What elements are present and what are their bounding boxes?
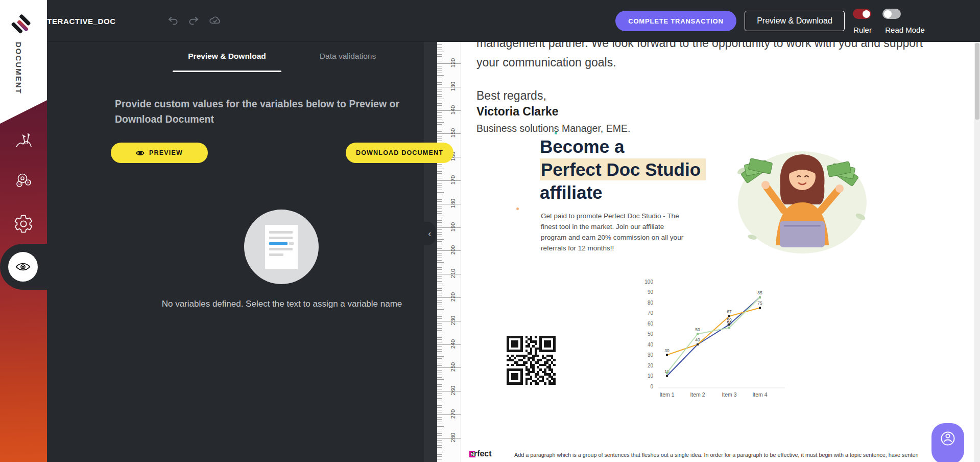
ruler-major-tick (437, 250, 461, 251)
svg-text:80: 80 (648, 300, 654, 306)
ruler-mid-tick (437, 239, 444, 240)
document-page[interactable]: management partner. We look forward to t… (461, 42, 974, 462)
scrollbar-thumb[interactable] (975, 43, 979, 120)
molecule-icon[interactable]: H H (13, 171, 34, 191)
affiliate-illustration (727, 140, 873, 253)
closing-line: Best regards, (476, 89, 546, 103)
read-mode-toggle[interactable] (882, 9, 901, 19)
app-logo-icon[interactable] (10, 13, 34, 37)
ruler-mid-tick (437, 333, 444, 333)
svg-text:Item 4: Item 4 (752, 391, 767, 398)
complete-transaction-button[interactable]: COMPLETE TRANSACTION (615, 11, 736, 31)
ruler-minor-tick (437, 141, 442, 141)
ruler-minor-tick (437, 435, 442, 436)
redo-icon[interactable] (187, 14, 200, 28)
ruler-minor-tick (437, 326, 442, 326)
no-variables-illustration (244, 210, 319, 284)
ruler-minor-tick (437, 222, 442, 223)
ruler-minor-tick (437, 456, 442, 457)
download-document-button[interactable]: DOWNLOAD DOCUMENT (346, 143, 453, 163)
vertical-ruler: 1201301401501601701801902002102202302402… (437, 42, 461, 462)
document-title: INTERACTIVE_DOC (39, 17, 116, 26)
ruler-number: 120 (450, 54, 456, 72)
ruler-minor-tick (437, 375, 442, 375)
empty-state-message: No variables defined. Select the text to… (113, 299, 450, 309)
paragraph-line: management partner. We look forward to t… (476, 42, 923, 50)
ruler-minor-tick (437, 213, 442, 214)
ruler-minor-tick (437, 284, 442, 284)
settings-gear-icon[interactable] (13, 214, 34, 234)
ruler-minor-tick (437, 337, 442, 338)
active-tab-underline (173, 71, 281, 72)
ruler-minor-tick (437, 94, 442, 95)
preview-button[interactable]: PREVIEW (111, 143, 208, 163)
ruler-mid-tick (437, 379, 444, 380)
ruler-minor-tick (437, 398, 442, 399)
ruler-minor-tick (437, 386, 442, 387)
ruler-minor-tick (437, 50, 442, 50)
support-fab[interactable] (931, 423, 964, 462)
heading-line: Become a (540, 136, 624, 156)
svg-text:50: 50 (695, 327, 700, 332)
ruler-minor-tick (437, 323, 442, 324)
ruler-minor-tick (437, 108, 442, 108)
tab-preview-download[interactable]: Preview & Download (173, 52, 281, 61)
ruler-minor-tick (437, 382, 442, 382)
ruler-minor-tick (437, 405, 442, 406)
ruler-mid-tick (437, 52, 444, 52)
preview-eye-button[interactable] (8, 252, 38, 282)
ruler-minor-tick (437, 220, 442, 221)
ruler-major-tick (437, 438, 461, 438)
ruler-minor-tick (437, 218, 442, 218)
ruler-minor-tick (437, 176, 442, 176)
ruler-minor-tick (437, 234, 442, 235)
ruler-minor-tick (437, 89, 442, 89)
ruler-toggle[interactable] (853, 9, 871, 19)
ruler-minor-tick (437, 265, 442, 265)
tab-data-validations[interactable]: Data validations (312, 52, 384, 61)
app-root: DOCUMENT H H Preview & Download Data v (0, 0, 980, 462)
svg-text:Item 2: Item 2 (690, 391, 705, 398)
ruler-minor-tick (437, 370, 442, 371)
ruler-minor-tick (437, 452, 442, 452)
ruler-minor-tick (437, 394, 442, 394)
ruler-major-tick (437, 274, 461, 274)
ruler-minor-tick (437, 454, 442, 455)
perfect-logo-mark-icon (469, 451, 476, 457)
ruler-major-tick (437, 321, 461, 321)
ruler-major-tick (437, 391, 461, 391)
svg-text:Item 3: Item 3 (722, 391, 736, 398)
ruler-mid-tick (437, 309, 444, 310)
heading-line-highlighted: Perfect Doc Studio (540, 158, 706, 180)
variables-panel: Preview & Download Data validations Prov… (47, 0, 424, 462)
ruler-minor-tick (437, 293, 442, 293)
ruler-minor-tick (437, 71, 442, 71)
design-tools-icon[interactable] (13, 131, 34, 151)
ruler-mid-tick (437, 403, 444, 403)
ruler-major-tick (437, 367, 461, 368)
ruler-minor-tick (437, 178, 442, 178)
ruler-major-tick (437, 297, 461, 298)
undo-icon[interactable] (166, 14, 180, 28)
ruler-minor-tick (437, 410, 442, 410)
preview-and-download-button[interactable]: Preview & Download (745, 11, 845, 31)
ruler-minor-tick (437, 164, 442, 165)
ruler-minor-tick (437, 138, 442, 139)
ruler-minor-tick (437, 232, 442, 233)
ruler-mid-tick (437, 192, 444, 193)
panel-collapse-handle[interactable]: ‹ (424, 222, 436, 245)
ruler-minor-tick (437, 443, 442, 443)
ruler-minor-tick (437, 401, 442, 401)
ruler-minor-tick (437, 424, 442, 424)
ruler-number: 250 (450, 358, 456, 376)
svg-text:Item 1: Item 1 (659, 391, 674, 398)
ruler-minor-tick (437, 256, 442, 256)
ruler-minor-tick (437, 349, 442, 350)
svg-text:40: 40 (695, 337, 700, 342)
ruler-minor-tick (437, 433, 442, 434)
paragraph-line: your communication goals. (476, 56, 616, 70)
ruler-minor-tick (437, 188, 442, 188)
ruler-minor-tick (437, 82, 442, 83)
ruler-minor-tick (437, 190, 442, 190)
ruler-minor-tick (437, 339, 442, 340)
